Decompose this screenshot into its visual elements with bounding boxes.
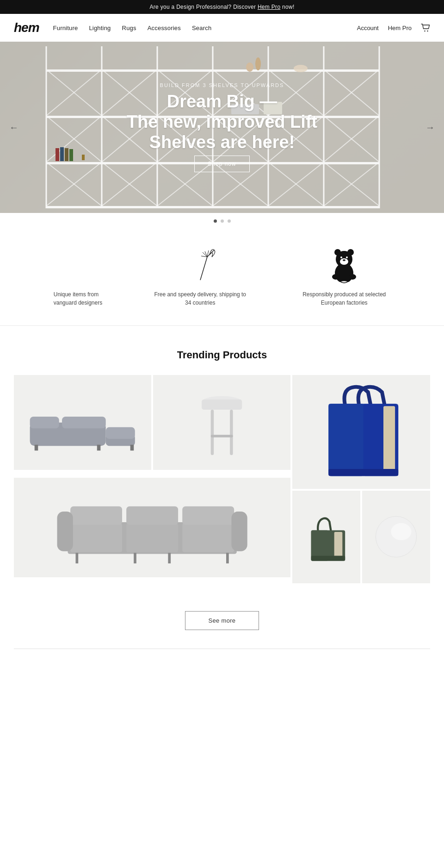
hero-subtext: Build from 3 shelves to upwards — [127, 82, 317, 88]
announcement-text: Are you a Design Professional? Discover — [149, 4, 257, 10]
feature-vanguard: Unique items fromvanguard designers — [54, 243, 102, 307]
nav-rugs[interactable]: Rugs — [122, 25, 136, 31]
feature-production-text: Responsibly produced at selected Europea… — [298, 290, 390, 307]
carousel-dot-2[interactable] — [221, 219, 224, 223]
product-card-disc-white[interactable] — [362, 491, 430, 583]
svg-rect-84 — [35, 444, 38, 450]
product-card-sofa-sectional[interactable] — [14, 375, 151, 470]
svg-rect-81 — [62, 417, 106, 428]
hero-next-button[interactable]: → — [421, 118, 439, 137]
product-card-stool[interactable] — [153, 375, 290, 470]
svg-line-61 — [200, 257, 207, 280]
svg-point-0 — [424, 31, 425, 31]
svg-point-71 — [347, 249, 354, 256]
products-right-bottom-row — [292, 491, 430, 583]
svg-rect-80 — [30, 417, 59, 428]
feature-vanguard-text: Unique items fromvanguard designers — [54, 290, 102, 307]
announcement-suffix: now! — [280, 4, 294, 10]
svg-rect-100 — [231, 512, 247, 551]
products-grid — [14, 375, 430, 583]
nav-search[interactable]: Search — [192, 25, 211, 31]
product-card-bag-dark[interactable] — [292, 491, 360, 583]
trending-title: Trending Products — [14, 349, 430, 361]
svg-rect-88 — [202, 400, 242, 410]
svg-rect-13 — [46, 206, 379, 208]
svg-point-1 — [427, 31, 428, 31]
svg-point-75 — [343, 259, 345, 261]
carousel-dot-1[interactable] — [214, 219, 217, 223]
svg-point-56 — [294, 65, 308, 72]
hero-title: Dream Big — The new, improved Lift Shelv… — [127, 92, 317, 152]
svg-rect-106 — [329, 404, 364, 476]
products-left-grid — [14, 375, 290, 583]
main-nav: Furniture Lighting Rugs Accessories Sear… — [53, 25, 357, 31]
svg-point-70 — [334, 249, 341, 256]
svg-rect-52 — [65, 148, 68, 161]
svg-rect-109 — [329, 469, 399, 476]
svg-point-54 — [246, 62, 253, 72]
hero-section: Build from 3 shelves to upwards Dream Bi… — [0, 42, 444, 213]
hero-content: Build from 3 shelves to upwards Dream Bi… — [127, 82, 317, 172]
hem-pro-header-link[interactable]: Hem Pro — [388, 25, 412, 31]
svg-rect-86 — [130, 444, 134, 450]
svg-point-78 — [349, 274, 356, 280]
carousel-dots — [0, 213, 444, 229]
svg-rect-113 — [311, 556, 345, 561]
svg-rect-102 — [134, 553, 136, 563]
feature-delivery-text: Free and speedy delivery, shipping to 34… — [154, 290, 247, 307]
trending-section: Trending Products — [0, 326, 444, 597]
svg-rect-89 — [210, 410, 214, 455]
cart-icon[interactable] — [421, 23, 430, 32]
hem-pro-link[interactable]: Hem Pro — [258, 4, 280, 10]
svg-point-74 — [346, 256, 348, 258]
svg-rect-91 — [210, 435, 233, 437]
svg-point-77 — [332, 274, 339, 280]
products-right-col — [292, 375, 430, 583]
see-more-section: See more — [0, 597, 444, 649]
svg-rect-93 — [70, 523, 122, 552]
features-section: Unique items fromvanguard designers Free… — [0, 229, 444, 326]
header: hem Furniture Lighting Rugs Accessories … — [0, 14, 444, 42]
header-right: Account Hem Pro — [357, 23, 430, 32]
account-link[interactable]: Account — [357, 25, 379, 31]
svg-rect-90 — [230, 410, 233, 455]
svg-rect-98 — [182, 506, 234, 525]
svg-rect-53 — [69, 149, 73, 161]
svg-point-115 — [391, 523, 411, 540]
feature-production: Responsibly produced at selected Europea… — [298, 243, 390, 307]
carousel-dot-3[interactable] — [228, 219, 231, 223]
svg-rect-51 — [60, 147, 64, 161]
hero-cta-button[interactable]: Shop now — [194, 156, 249, 172]
nav-lighting[interactable]: Lighting — [89, 25, 111, 31]
nav-furniture[interactable]: Furniture — [53, 25, 78, 31]
svg-rect-103 — [168, 553, 171, 563]
svg-rect-97 — [126, 506, 178, 525]
svg-rect-112 — [334, 532, 342, 559]
delivery-icon — [154, 243, 247, 285]
see-more-button[interactable]: See more — [185, 611, 259, 630]
hero-prev-button[interactable]: ← — [5, 118, 23, 137]
nav-accessories[interactable]: Accessories — [148, 25, 181, 31]
svg-point-73 — [340, 256, 342, 258]
svg-rect-101 — [75, 553, 78, 563]
feature-delivery: Free and speedy delivery, shipping to 34… — [154, 243, 247, 307]
svg-rect-58 — [82, 155, 85, 160]
svg-rect-95 — [182, 523, 234, 552]
footer-area — [0, 649, 444, 834]
product-card-sofa-grey[interactable] — [14, 478, 290, 577]
logo[interactable]: hem — [14, 20, 39, 35]
vanguard-icon — [54, 243, 102, 285]
svg-point-55 — [255, 57, 261, 70]
svg-rect-85 — [97, 444, 101, 450]
svg-rect-83 — [106, 427, 135, 439]
svg-rect-50 — [56, 148, 59, 161]
svg-rect-104 — [226, 553, 229, 563]
announcement-bar: Are you a Design Professional? Discover … — [0, 0, 444, 14]
svg-rect-94 — [126, 523, 178, 552]
product-card-bag-blue[interactable] — [292, 375, 430, 489]
svg-rect-96 — [70, 506, 122, 525]
svg-rect-108 — [383, 406, 395, 474]
bear-icon — [298, 243, 390, 285]
svg-rect-99 — [57, 512, 73, 551]
